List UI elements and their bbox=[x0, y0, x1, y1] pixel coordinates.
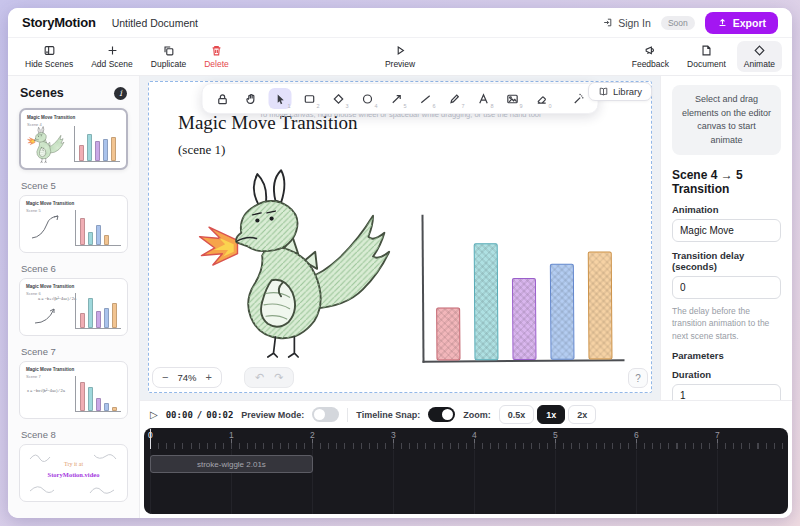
dragon-drawing[interactable] bbox=[192, 162, 410, 370]
undo-icon[interactable]: ↶ bbox=[255, 371, 264, 384]
canvas-subtitle-text[interactable]: (scene 1) bbox=[178, 142, 225, 158]
scene-thumbnail-6[interactable]: Magic Move Transition Scene 6 a = −b+√(b… bbox=[19, 278, 128, 336]
scene-label-5: Scene 5 bbox=[21, 180, 128, 191]
duplicate-label: Duplicate bbox=[151, 59, 186, 69]
playhead[interactable] bbox=[150, 429, 151, 449]
main-area: Scenes i Magic Move Transition Scene 4 S… bbox=[8, 76, 792, 518]
select-tool[interactable]: 1 bbox=[269, 88, 292, 109]
scene-thumbnail-5[interactable]: Magic Move Transition Scene 5 bbox=[19, 195, 128, 253]
scene-thumbnail-7[interactable]: Magic Move Transition Scene 7 x = −b±√(b… bbox=[19, 361, 128, 419]
library-button[interactable]: Library bbox=[588, 82, 652, 101]
eraser-tool[interactable]: 0 bbox=[530, 88, 553, 109]
ellipse-tool[interactable]: 4 bbox=[356, 88, 379, 109]
scene-thumbnail-4[interactable]: Magic Move Transition Scene 4 bbox=[19, 108, 128, 170]
sign-in-button[interactable]: Sign In bbox=[602, 17, 651, 29]
add-scene-label: Add Scene bbox=[91, 59, 133, 69]
laser-pointer-icon bbox=[571, 92, 585, 106]
hide-scenes-icon bbox=[43, 44, 56, 57]
book-icon bbox=[598, 86, 609, 97]
animation-track-clip[interactable]: stroke-wiggle 2.01s bbox=[150, 455, 313, 473]
decorative-squiggles bbox=[24, 449, 124, 499]
duplicate-button[interactable]: Duplicate bbox=[144, 41, 193, 72]
help-button[interactable]: ? bbox=[628, 368, 648, 388]
soon-badge: Soon bbox=[661, 16, 695, 30]
export-button[interactable]: Export bbox=[705, 12, 778, 34]
delete-label: Delete bbox=[204, 59, 229, 69]
feedback-label: Feedback bbox=[632, 59, 669, 69]
mini-bar-chart bbox=[75, 210, 121, 246]
diamond-tool[interactable]: 3 bbox=[327, 88, 350, 109]
desktop-background: StoryMotion Untitled Document Sign In So… bbox=[0, 0, 800, 526]
preview-mode-label: Preview Mode: bbox=[241, 410, 304, 420]
line-icon bbox=[418, 92, 432, 106]
app-window: StoryMotion Untitled Document Sign In So… bbox=[8, 8, 792, 518]
hide-scenes-button[interactable]: Hide Scenes bbox=[18, 41, 80, 72]
line-tool[interactable]: 6 bbox=[414, 88, 437, 109]
controls-divider bbox=[347, 408, 348, 422]
zoom-option-2x[interactable]: 2x bbox=[568, 405, 596, 424]
scene-thumbnail-8[interactable]: Try it at StoryMotion.video bbox=[19, 444, 128, 502]
time-total: 00:02 bbox=[206, 410, 233, 420]
thumb-formula: x = −b±√(b²−4ac) ⁄ 2a bbox=[27, 388, 65, 393]
document-title[interactable]: Untitled Document bbox=[112, 17, 198, 29]
content-row: 1 2 3 4 5 6 7 8 9 0 To move canva bbox=[140, 76, 792, 400]
duration-label: Duration bbox=[672, 369, 781, 380]
timeline-zoom-segmented: 0.5x 1x 2x bbox=[499, 405, 597, 424]
thumb-subcaption: Scene 7 bbox=[26, 374, 41, 379]
transition-settings-panel: Select and drag elements on the editor c… bbox=[660, 76, 792, 400]
zoom-in-button[interactable]: + bbox=[205, 373, 211, 382]
duration-input[interactable] bbox=[672, 384, 781, 400]
delete-button[interactable]: Delete bbox=[197, 41, 236, 72]
sign-in-icon bbox=[602, 17, 613, 28]
pencil-icon bbox=[447, 92, 461, 106]
rectangle-icon bbox=[302, 92, 316, 106]
timeline-snap-toggle[interactable] bbox=[428, 407, 455, 422]
sketch-bar-chart[interactable] bbox=[421, 213, 624, 362]
scene-label-6: Scene 6 bbox=[21, 263, 128, 274]
time-separator: / bbox=[197, 410, 202, 420]
timeline-track-area[interactable]: 01234567 stroke-wiggle 2.01s bbox=[144, 428, 788, 514]
add-scene-button[interactable]: Add Scene bbox=[84, 41, 140, 72]
timeline-time-display: 00:00 / 00:02 bbox=[166, 410, 234, 420]
preview-button[interactable]: Preview bbox=[378, 41, 422, 72]
redo-icon[interactable]: ↷ bbox=[274, 371, 283, 384]
time-current: 00:00 bbox=[166, 410, 193, 420]
text-tool[interactable]: 8 bbox=[472, 88, 495, 109]
image-tool[interactable]: 9 bbox=[501, 88, 524, 109]
main-toolbar: Hide Scenes Add Scene Duplicate Delete bbox=[8, 38, 792, 76]
timeline-ruler[interactable]: 01234567 bbox=[144, 428, 788, 450]
rectangle-tool[interactable]: 2 bbox=[298, 88, 321, 109]
zoom-option-1x[interactable]: 1x bbox=[537, 405, 565, 424]
info-icon[interactable]: i bbox=[114, 87, 127, 100]
zoom-out-button[interactable]: − bbox=[162, 373, 168, 382]
hand-tool[interactable] bbox=[240, 88, 263, 109]
text-icon bbox=[476, 92, 490, 106]
lock-icon bbox=[215, 92, 229, 106]
editor-canvas-area[interactable]: 1 2 3 4 5 6 7 8 9 0 To move canva bbox=[140, 76, 660, 400]
delay-input[interactable] bbox=[672, 276, 781, 299]
topbar-actions: Sign In Soon Export bbox=[602, 12, 778, 34]
laser-tool[interactable] bbox=[567, 88, 590, 109]
transition-heading: Scene 4 → 5 Transition bbox=[672, 168, 781, 196]
diamond-icon bbox=[331, 92, 345, 106]
timeline-play-button[interactable]: ▷ bbox=[150, 409, 158, 420]
feedback-button[interactable]: Feedback bbox=[625, 41, 676, 72]
mini-bar-chart bbox=[75, 293, 121, 329]
scenes-header: Scenes i bbox=[20, 86, 127, 100]
scene-label-8: Scene 8 bbox=[21, 429, 128, 440]
animate-tip: Select and drag elements on the editor c… bbox=[672, 85, 781, 155]
zoom-option-0.5x[interactable]: 0.5x bbox=[499, 405, 535, 424]
animate-icon bbox=[753, 44, 766, 57]
timeline-controls: ▷ 00:00 / 00:02 Preview Mode: Timeline S… bbox=[140, 401, 792, 428]
arrow-tool[interactable]: 5 bbox=[385, 88, 408, 109]
play-icon bbox=[393, 44, 406, 57]
history-controls: ↶ ↷ bbox=[244, 367, 294, 388]
animation-select[interactable] bbox=[672, 219, 781, 242]
toolbar-right-group: Feedback Document Animate bbox=[625, 41, 782, 72]
lock-tool[interactable] bbox=[211, 88, 234, 109]
document-button[interactable]: Document bbox=[680, 41, 733, 72]
draw-tool[interactable]: 7 bbox=[443, 88, 466, 109]
canvas-tool-toolbar: 1 2 3 4 5 6 7 8 9 0 bbox=[202, 83, 599, 114]
preview-mode-toggle[interactable] bbox=[312, 407, 339, 422]
animate-button[interactable]: Animate bbox=[737, 41, 782, 72]
